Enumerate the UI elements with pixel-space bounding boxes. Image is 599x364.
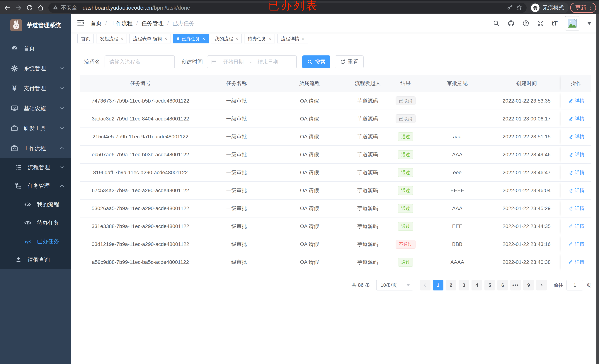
browser-home-icon[interactable] (36, 3, 45, 13)
page-button-4[interactable]: 4 (472, 280, 482, 291)
end-date-input[interactable] (254, 59, 282, 65)
page-button-1[interactable]: 1 (433, 280, 443, 291)
task-id-cell: 331e3388-7b9a-11ec-a290-acde48001122 (80, 217, 201, 235)
detail-link[interactable]: 详情 (568, 223, 585, 230)
reset-button-label: 重置 (348, 58, 358, 66)
fullscreen-icon[interactable] (537, 20, 544, 27)
start-date-input[interactable] (220, 59, 247, 65)
task-name-cell: 一级审批 (201, 92, 273, 110)
github-icon[interactable] (507, 20, 515, 27)
tab-item[interactable]: 发起流程× (96, 34, 127, 44)
close-icon[interactable]: × (121, 36, 123, 41)
sidebar-item-monitor[interactable]: 基础设施 (0, 98, 71, 118)
sidebar-item-briefcase[interactable]: 工作流程 (0, 138, 71, 158)
detail-link[interactable]: 详情 (568, 98, 585, 104)
goto-page-input[interactable] (566, 280, 583, 291)
sidebar-item-tree[interactable]: 任务管理 (0, 177, 71, 195)
sidebar-item-eye-open[interactable]: 待办任务 (0, 213, 71, 232)
tab-item[interactable]: 流程表单-编辑× (129, 34, 171, 44)
list-icon (14, 163, 23, 171)
detail-link[interactable]: 详情 (568, 169, 585, 176)
edit-pencil-icon (568, 152, 573, 157)
edit-pencil-icon (568, 206, 573, 211)
breadcrumb-item[interactable]: 任务管理 (141, 20, 164, 27)
close-icon[interactable]: × (202, 36, 205, 41)
detail-link[interactable]: 详情 (568, 115, 585, 122)
page-size-select[interactable]: 10条/页 (376, 280, 413, 291)
bookmark-star-icon[interactable] (516, 4, 522, 11)
breadcrumb-item[interactable]: 首页 (90, 20, 102, 27)
breadcrumb-item: 已办任务 (172, 20, 194, 27)
url-text[interactable]: dashboard.yudao.iocoder.cn/bpm/task/done (83, 5, 190, 11)
tab-item[interactable]: 流程详情× (277, 34, 308, 44)
date-range-picker[interactable]: - (207, 55, 297, 68)
detail-link[interactable]: 详情 (568, 187, 585, 194)
hamburger-icon[interactable] (77, 19, 85, 28)
app-logo-row[interactable]: 芋道管理系统 (0, 14, 71, 33)
result-cell: 已取消 (389, 110, 422, 127)
task-id-cell: 03d1219e-7b9a-11ec-a290-acde48001122 (80, 235, 201, 253)
tab-item[interactable]: 首页 (77, 34, 94, 44)
refresh-icon (340, 59, 345, 65)
security-label[interactable]: 不安全 (61, 4, 77, 11)
process-name-input[interactable] (105, 55, 175, 68)
reset-button[interactable]: 重置 (335, 55, 364, 68)
browser-reload-icon[interactable] (25, 3, 34, 13)
help-icon[interactable] (522, 20, 529, 27)
detail-link-label: 详情 (575, 98, 585, 104)
tab-item[interactable]: 我的流程× (211, 34, 242, 44)
password-key-icon[interactable] (507, 4, 513, 11)
task-name-cell: 一级审批 (201, 164, 273, 181)
sidebar-item-user[interactable]: 请假查询 (0, 250, 71, 269)
table-row: a59c9d88-7b99-11ec-ba5c-acde48001122一级审批… (80, 253, 591, 271)
close-icon[interactable]: × (301, 36, 304, 41)
tab-label: 待办任务 (248, 36, 266, 42)
search-button[interactable]: 搜索 (302, 55, 330, 68)
search-icon[interactable] (493, 20, 500, 27)
window-scrollbar[interactable] (596, 14, 599, 364)
sidebar-item-robot[interactable]: 我的流程 (0, 195, 71, 213)
sidebar-item-yen[interactable]: ¥支付管理 (0, 78, 71, 98)
sidebar-item-toolbox[interactable]: 研发工具 (0, 118, 71, 138)
font-size-icon[interactable]: tT (552, 20, 558, 27)
detail-link[interactable]: 详情 (568, 151, 585, 158)
action-cell: 详情 (561, 128, 591, 145)
page-button-5[interactable]: 5 (484, 280, 495, 291)
tab-active[interactable]: 已办任务× (173, 34, 209, 44)
sidebar-item-eye-closed[interactable]: 已办任务 (0, 232, 71, 250)
chevron-down-icon[interactable] (587, 22, 592, 25)
detail-link[interactable]: 详情 (568, 241, 585, 248)
detail-link[interactable]: 详情 (568, 205, 585, 212)
close-icon[interactable]: × (235, 36, 238, 41)
browser-back-icon[interactable] (3, 3, 12, 13)
next-page-button[interactable] (536, 280, 547, 291)
page-button-6[interactable]: 6 (497, 280, 508, 291)
close-icon[interactable]: × (268, 36, 271, 41)
table-row: 215cf4e5-7b9b-11ec-9a1b-acde48001122一级审批… (80, 128, 591, 146)
created-cell: 2022-01-23 00:06:17 (492, 110, 561, 127)
update-button[interactable]: 更新 (570, 3, 596, 13)
starter-cell: 芋道源码 (346, 128, 389, 145)
sidebar-item-list[interactable]: 流程管理 (0, 158, 71, 177)
close-icon[interactable]: × (164, 36, 167, 41)
sidebar-item-label: 工作流程 (24, 144, 46, 152)
task-name-cell: 一级审批 (201, 217, 273, 235)
avatar[interactable] (565, 16, 579, 30)
detail-link[interactable]: 详情 (568, 259, 585, 265)
breadcrumb-item[interactable]: 工作流程 (110, 20, 133, 27)
page-button-9[interactable]: 9 (523, 280, 534, 291)
briefcase-icon (10, 144, 18, 152)
page-button-3[interactable]: 3 (458, 280, 469, 291)
sidebar-item-gear[interactable]: 系统管理 (0, 58, 71, 78)
detail-link[interactable]: 详情 (568, 133, 585, 140)
page-button-2[interactable]: 2 (446, 280, 456, 291)
result-badge: 已取消 (396, 114, 415, 123)
browser-forward-icon[interactable] (14, 3, 23, 13)
starter-cell: 芋道源码 (346, 146, 389, 163)
edit-pencil-icon (568, 170, 573, 175)
comment-cell: AAAA (422, 253, 492, 271)
sidebar-item-dashboard[interactable]: 首页 (0, 38, 71, 58)
update-label: 更新 (575, 4, 586, 12)
tab-item[interactable]: 待办任务× (244, 34, 275, 44)
detail-link-label: 详情 (575, 151, 585, 158)
